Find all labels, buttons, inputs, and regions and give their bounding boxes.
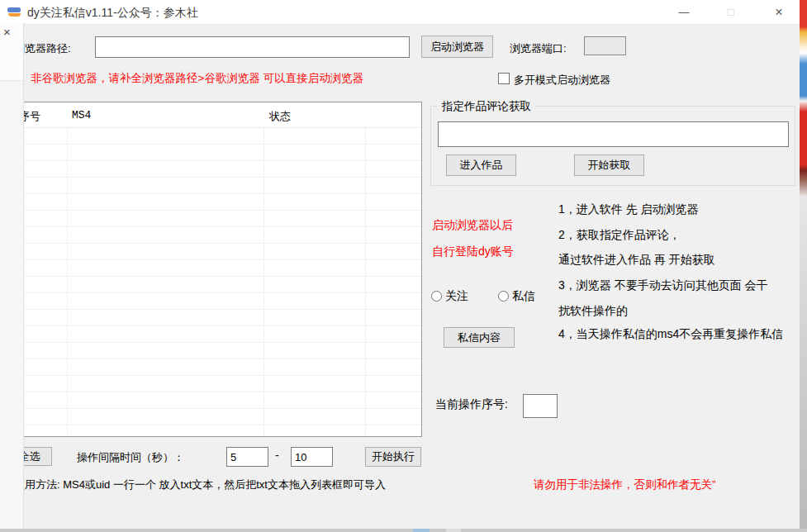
after-launch-note-line2: 自行登陆dy账号: [432, 245, 514, 259]
instruction-line-4: 3，浏览器 不要手动去访问其他页面 会干: [558, 278, 768, 293]
taskbar-strip: [0, 529, 807, 532]
dm-radio-label[interactable]: 私信: [512, 289, 535, 302]
column-header-ms4: MS4: [72, 109, 91, 121]
column-header-status: 状态: [269, 109, 291, 124]
app-logo-icon: [7, 7, 23, 19]
instruction-line-1: 1，进入软件 先 启动浏览器: [558, 202, 699, 217]
interval-min-input[interactable]: [226, 447, 268, 467]
interval-separator: -: [275, 449, 279, 462]
left-overlay-panel: ×: [0, 23, 24, 529]
app-window: dy关注私信v1.11-公众号：参木社 — □ × 浏览器路径: 启动浏览器 浏…: [0, 0, 800, 529]
legal-warning-text: 请勿用于非法操作，否则和作者无关”: [534, 477, 716, 492]
browser-port-label: 浏览器端口:: [510, 41, 567, 56]
launch-browser-button[interactable]: 启动浏览器: [421, 36, 493, 58]
minimize-button[interactable]: —: [666, 0, 702, 25]
follow-radio-circle-icon[interactable]: [431, 291, 442, 302]
interval-label: 操作间隔时间（秒）：: [77, 450, 184, 465]
work-url-input[interactable]: [438, 121, 789, 147]
app-logo-blue-shape: [7, 7, 21, 12]
start-execute-button[interactable]: 开始执行: [365, 447, 421, 467]
after-launch-note-line1: 启动浏览器以后: [432, 218, 513, 233]
dm-content-button[interactable]: 私信内容: [444, 327, 515, 348]
usage-instructions-text: 使用方法: MS4或uid 一行一个 放入txt文本，然后把txt文本拖入列表框…: [14, 477, 386, 492]
left-overlay-top-section: ×: [0, 23, 23, 81]
instruction-line-2: 2，获取指定作品评论，: [558, 228, 681, 243]
desktop-wallpaper-strip: [800, 0, 807, 532]
overlay-close-icon[interactable]: ×: [3, 25, 11, 39]
table-column-divider: [365, 102, 366, 436]
follow-radio-label[interactable]: 关注: [445, 289, 468, 302]
comment-fetch-group-label: 指定作品评论获取: [438, 99, 535, 114]
instruction-line-5: 扰软件操作的: [558, 304, 628, 319]
maximize-button[interactable]: □: [713, 0, 749, 25]
current-index-input[interactable]: [523, 394, 558, 418]
table-column-divider: [263, 102, 264, 436]
table-column-divider: [67, 102, 68, 436]
browser-path-input[interactable]: [95, 36, 410, 58]
titlebar: dy关注私信v1.11-公众号：参木社 — □ ×: [0, 0, 800, 25]
window-title: dy关注私信v1.11-公众号：参木社: [27, 6, 198, 21]
browser-warning-text: 非谷歌浏览器，请补全浏览器路径>谷歌浏览器 可以直接启动浏览器: [31, 71, 363, 86]
table-header-row: 序号 MS4 状态: [7, 102, 421, 128]
taskbar-app-icon[interactable]: [413, 529, 430, 532]
close-button[interactable]: ×: [761, 0, 797, 25]
ms4-list-table[interactable]: 序号 MS4 状态: [7, 102, 422, 437]
current-index-label: 当前操作序号:: [435, 397, 508, 412]
follow-radio[interactable]: 关注: [431, 289, 468, 304]
enter-work-button[interactable]: 进入作品: [446, 154, 516, 176]
dm-radio-circle-icon[interactable]: [498, 291, 509, 302]
instruction-line-3: 通过软件进入作品 再 开始获取: [558, 253, 715, 268]
browser-port-input[interactable]: [584, 36, 626, 55]
multi-open-checkbox[interactable]: [498, 73, 510, 84]
dm-radio[interactable]: 私信: [498, 289, 535, 304]
interval-max-input[interactable]: [291, 447, 333, 467]
start-fetch-button[interactable]: 开始获取: [574, 154, 644, 176]
multi-open-checkbox-label[interactable]: 多开模式启动浏览器: [514, 73, 610, 88]
app-logo-orange-shape: [8, 13, 21, 17]
instruction-line-6: 4，当天操作私信的ms4不会再重复操作私信: [558, 327, 783, 342]
taskbar-app-icon-2[interactable]: [446, 529, 461, 532]
